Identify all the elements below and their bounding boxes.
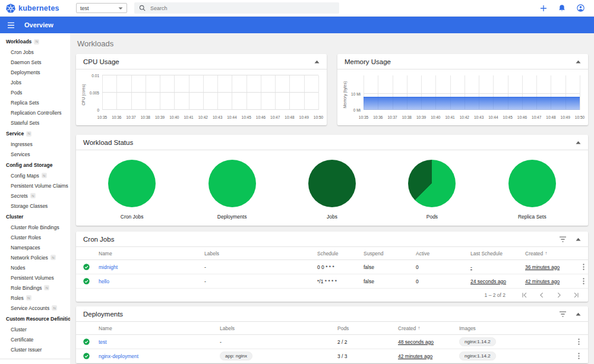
column-header-created[interactable]: Created↑ [398, 325, 459, 331]
label-chip: nginx:1.14.2 [459, 337, 496, 346]
namespace-selector[interactable]: test [76, 3, 127, 13]
sidebar-item-stateful-sets[interactable]: Stateful Sets [0, 118, 70, 128]
kubernetes-wheel-icon [6, 4, 15, 13]
sidebar-item-cluster-roles[interactable]: Cluster Roles [0, 232, 70, 242]
gridline [247, 75, 247, 110]
sidebar-item-secrets[interactable]: SecretsN [0, 191, 70, 201]
filter-icon[interactable] [559, 236, 567, 242]
created-cell: 42 minutes ago [525, 278, 576, 284]
column-header-label: Suspend [364, 251, 384, 257]
sidebar-item-persistent-volume-claims[interactable]: Persistent Volume ClaimsN [0, 181, 70, 191]
x-axis-tick: 10:37 [126, 115, 135, 119]
search-input[interactable] [150, 5, 334, 11]
table-header-row: NameLabelsPodsCreated↑Images [76, 322, 588, 335]
column-header-created[interactable]: Created↑ [525, 251, 576, 257]
column-header-name[interactable]: Name [99, 325, 220, 331]
status-ok-icon [83, 278, 99, 284]
plus-icon[interactable] [540, 5, 547, 12]
collapse-icon[interactable] [576, 312, 581, 316]
column-header-label: Created [525, 251, 543, 257]
search-bar[interactable] [134, 2, 339, 14]
sidebar-item-role-bindings[interactable]: Role BindingsN [0, 283, 70, 293]
column-header-active[interactable]: Active [416, 251, 470, 257]
collapse-icon[interactable] [314, 60, 320, 64]
user-icon[interactable] [577, 4, 584, 12]
sidebar-item-persistent-volumes[interactable]: Persistent Volumes [0, 273, 70, 283]
sidebar-item-replica-sets[interactable]: Replica Sets [0, 97, 70, 107]
sidebar-item-daemon-sets[interactable]: Daemon Sets [0, 57, 70, 67]
previous-page-button[interactable] [538, 292, 545, 299]
gridline [131, 75, 132, 110]
sidebar-item-services[interactable]: Services [0, 149, 70, 159]
menu-icon[interactable] [7, 22, 15, 29]
bell-icon[interactable] [558, 4, 565, 12]
column-header-name[interactable]: Name [99, 251, 204, 257]
column-header-labels[interactable]: Labels [220, 325, 337, 331]
sidebar-item-config-maps[interactable]: Config MapsN [0, 170, 70, 181]
sidebar-item-ingresses[interactable]: Ingresses [0, 139, 70, 149]
row-menu-button[interactable] [577, 352, 581, 360]
sidebar-item-deployments[interactable]: Deployments [0, 67, 70, 77]
sidebar-item-cluster-issuer[interactable]: Cluster Issuer [0, 344, 70, 354]
first-page-button[interactable] [521, 292, 528, 299]
row-menu-button[interactable] [577, 338, 581, 346]
created-cell: 42 minutes ago [398, 353, 459, 359]
sidebar-section-workloads[interactable]: WorkloadsN [0, 36, 70, 47]
gridline [203, 75, 204, 110]
sidebar-item-network-policies[interactable]: Network PoliciesN [0, 252, 70, 262]
column-header-suspend[interactable]: Suspend [364, 251, 416, 257]
column-header-pods[interactable]: Pods [337, 325, 398, 331]
sidebar-section-cluster[interactable]: Cluster [0, 211, 70, 222]
sidebar-item-service-accounts[interactable]: Service AccountsN [0, 303, 70, 313]
next-page-button[interactable] [555, 292, 563, 299]
sidebar-section-custom-resource-definitions[interactable]: Custom Resource Definitions [0, 313, 70, 324]
x-axis-tick: 10:42 [460, 115, 469, 119]
sidebar-item-roles[interactable]: RolesN [0, 293, 70, 303]
workload-status-card: Workload Status Cron JobsDeploymentsJobs… [76, 135, 588, 226]
pie-chart [408, 160, 456, 207]
x-axis-tick: 10:40 [169, 115, 179, 119]
sidebar-item-namespaces[interactable]: Namespaces [0, 242, 70, 252]
gridline [318, 75, 319, 110]
column-header-images[interactable]: Images [459, 325, 571, 331]
column-header-schedule[interactable]: Schedule [317, 251, 364, 257]
sidebar-item-storage-classes[interactable]: Storage Classes [0, 201, 70, 211]
namespaced-badge: N [26, 131, 31, 137]
x-axis-tick: 10:46 [256, 115, 266, 119]
top-header: kubernetes test [0, 0, 594, 17]
deployments-table: NameLabelsPodsCreated↑Imagestest-2 / 248… [76, 322, 588, 363]
page-title: Workloads [77, 39, 588, 48]
x-axis-tick: 10:38 [141, 115, 150, 119]
last-page-button[interactable] [573, 292, 580, 299]
collapse-icon[interactable] [576, 238, 581, 241]
kubernetes-logo[interactable]: kubernetes [0, 4, 70, 13]
cronjob-name-link[interactable]: midnight [99, 264, 204, 270]
sidebar-section-service[interactable]: ServiceN [0, 128, 70, 139]
sidebar-item-cron-jobs[interactable]: Cron Jobs [0, 47, 70, 57]
x-axis-tick: 10:39 [155, 115, 165, 119]
cronjob-name-link[interactable]: hello [99, 278, 204, 284]
sidebar-item-cluster-role-bindings[interactable]: Cluster Role Bindings [0, 222, 70, 232]
sidebar-item-pods[interactable]: Pods [0, 87, 70, 97]
area-series [364, 97, 580, 110]
column-header-label: Labels [220, 325, 235, 331]
status-ok-icon [83, 338, 99, 345]
namespaced-badge: N [26, 295, 31, 300]
column-header-labels[interactable]: Labels [204, 251, 317, 257]
sidebar-section-label: Config and Storage [6, 162, 52, 168]
deployment-name-link[interactable]: test [99, 339, 220, 345]
filter-icon[interactable] [559, 311, 567, 317]
sidebar-item-nodes[interactable]: Nodes [0, 262, 70, 273]
sidebar-section-config-and-storage[interactable]: Config and Storage [0, 159, 70, 170]
collapse-icon[interactable] [576, 141, 581, 144]
sidebar-item-jobs[interactable]: Jobs [0, 77, 70, 87]
sidebar-item-certificate[interactable]: Certificate [0, 334, 70, 344]
collapse-icon[interactable] [576, 60, 581, 64]
sidebar-item-replication-controllers[interactable]: Replication Controllers [0, 107, 70, 118]
deployment-name-link[interactable]: nginx-deployment [99, 353, 220, 359]
row-menu-button[interactable] [582, 277, 586, 285]
row-menu-button[interactable] [582, 263, 586, 271]
column-header-last-schedule[interactable]: Last Schedule [470, 251, 525, 257]
sidebar-item-cluster[interactable]: Cluster [0, 324, 70, 334]
sidebar-item-label: Secrets [11, 193, 28, 199]
